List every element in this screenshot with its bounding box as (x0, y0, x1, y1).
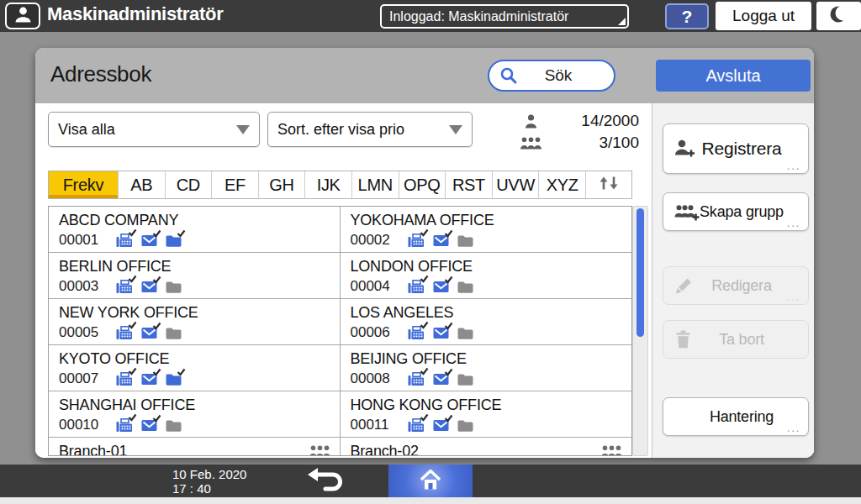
contact-cell[interactable]: LOS ANGELES 00006 (341, 299, 632, 345)
pencil-icon (674, 277, 695, 295)
device-screen: Maskinadministratör Inloggad: Maskinadmi… (0, 0, 861, 504)
contact-cell[interactable]: BERLIN OFFICE 00003 (49, 253, 341, 299)
logged-in-user-dropdown[interactable]: Inloggad: Maskinadministratör (380, 4, 629, 29)
tab-bar: FrekvABCDEFGHIJKLMNOPQRSTUVWXYZ (48, 171, 632, 199)
email-icon (141, 419, 157, 432)
sort-value: Sort. efter visa prio (277, 121, 404, 139)
sleep-mode-button[interactable] (816, 2, 861, 30)
contact-list: ABCD COMPANY 00001 YOKOHAMA OFFICE 00002 (49, 207, 631, 456)
panel-title: Adressbok (50, 61, 151, 87)
home-button[interactable] (388, 465, 473, 497)
top-bar: Maskinadministratör Inloggad: Maskinadmi… (0, 0, 861, 32)
check-icon (128, 275, 137, 283)
register-button[interactable]: Registrera ... (663, 123, 809, 174)
fax-icon (116, 326, 133, 340)
folder-icon (457, 419, 473, 432)
panel-header: Adressbok Sök Avsluta (35, 48, 814, 103)
entry-id: 00011 (351, 417, 408, 433)
tab-ab[interactable]: AB (118, 171, 165, 198)
scrollbar-thumb[interactable] (637, 208, 644, 337)
contact-cell[interactable]: HONG KONG OFFICE 00011 (341, 391, 632, 438)
tab-lmn[interactable]: LMN (351, 171, 399, 198)
create-group-button[interactable]: Skapa grupp ... (663, 192, 809, 231)
folder-icon (166, 419, 182, 432)
contact-cell[interactable]: BEIJING OFFICE 00008 (341, 345, 632, 391)
exit-button[interactable]: Avsluta (656, 60, 811, 92)
more-indicator: ... (787, 421, 800, 434)
action-label: Registrera (702, 139, 782, 159)
check-icon (177, 368, 186, 376)
check-icon (128, 367, 137, 375)
entry-name: Branch-01 (59, 441, 333, 456)
fax-icon (408, 234, 425, 248)
tab-gh[interactable]: GH (258, 171, 305, 198)
user-icon (506, 114, 555, 129)
home-icon (418, 468, 443, 494)
action-label: Hantering (710, 408, 774, 426)
check-icon (177, 229, 186, 238)
fax-icon (116, 234, 133, 248)
tab-ef[interactable]: EF (211, 171, 258, 198)
entry-name: BERLIN OFFICE (59, 256, 333, 276)
display-filter-dropdown[interactable]: Visa alla (48, 112, 260, 147)
action-label: Ta bort (719, 331, 764, 349)
user-count: 14/2000 (555, 112, 639, 130)
help-label: ? (682, 7, 693, 27)
group-count-row: 3/100 (506, 132, 639, 154)
management-button[interactable]: Hantering ... (663, 397, 809, 436)
contact-cell[interactable]: KYOTO OFFICE 00007 (49, 345, 341, 391)
check-icon (444, 276, 453, 284)
check-icon (128, 321, 137, 329)
edit-button: Redigera ... (663, 266, 809, 305)
tab-opq[interactable]: OPQ (399, 171, 446, 198)
contact-cell[interactable]: LONDON OFFICE 00004 (341, 253, 632, 299)
back-button[interactable] (301, 466, 348, 496)
check-icon (444, 229, 453, 238)
check-icon (152, 229, 161, 238)
entry-name: SHANGHAI OFFICE (59, 395, 333, 415)
contact-cell[interactable]: NEW YORK OFFICE 00005 (49, 299, 341, 345)
entry-name: NEW YORK OFFICE (59, 302, 333, 323)
check-icon (420, 321, 429, 329)
trash-icon (674, 330, 692, 349)
datetime: 10 Feb. 2020 17 : 40 (172, 467, 246, 496)
fax-icon (408, 280, 425, 294)
check-icon (420, 275, 429, 283)
sort-dropdown[interactable]: Sort. efter visa prio (267, 112, 473, 147)
fax-icon (408, 372, 425, 386)
search-button[interactable]: Sök (488, 60, 615, 92)
check-icon (152, 276, 161, 284)
display-filter-value: Visa alla (58, 121, 115, 139)
person-add-icon (674, 139, 695, 158)
tab-ijk[interactable]: IJK (304, 171, 351, 198)
user-icon (14, 7, 32, 26)
delete-button: Ta bort (663, 320, 809, 359)
folder-icon (457, 373, 473, 386)
check-icon (444, 368, 453, 376)
check-icon (420, 413, 429, 422)
contact-cell[interactable]: ABCD COMPANY 00001 (49, 207, 341, 253)
help-button[interactable]: ? (665, 3, 709, 29)
dropdown-corner-icon (618, 18, 626, 25)
fax-icon (116, 372, 133, 386)
entry-id: 00004 (351, 278, 408, 295)
tab-cd[interactable]: CD (165, 171, 212, 198)
entry-name: KYOTO OFFICE (59, 349, 333, 369)
email-icon (433, 281, 449, 293)
user-account-button[interactable] (5, 3, 40, 29)
switch-view-button[interactable] (585, 171, 631, 198)
group-cell[interactable]: Branch-02 (341, 438, 632, 456)
group-cell[interactable]: Branch-01 (49, 438, 341, 456)
tab-rst[interactable]: RST (445, 171, 492, 198)
contact-cell[interactable]: YOKOHAMA OFFICE 00002 (341, 207, 632, 253)
search-label: Sök (518, 66, 599, 85)
email-icon (141, 234, 157, 247)
tab-frekv[interactable]: Frekv (49, 171, 118, 198)
logged-in-user-label: Inloggad: Maskinadministratör (389, 9, 568, 24)
tab-xyz[interactable]: XYZ (538, 171, 585, 198)
tab-uvw[interactable]: UVW (492, 171, 539, 198)
entry-id: 00005 (59, 324, 116, 341)
logout-button[interactable]: Logga ut (716, 2, 811, 30)
contact-cell[interactable]: SHANGHAI OFFICE 00010 (49, 391, 341, 438)
scrollbar[interactable] (632, 206, 648, 456)
